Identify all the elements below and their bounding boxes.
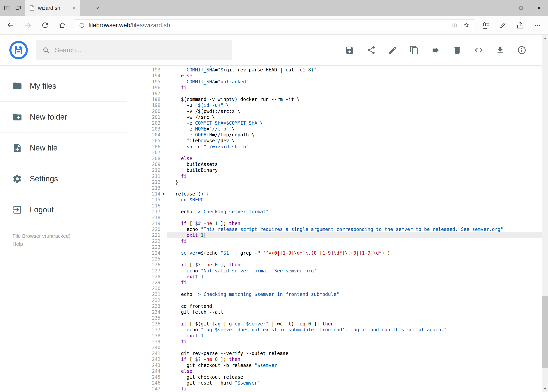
share-page-button[interactable] [512, 17, 529, 33]
code-line-244[interactable]: 244 else [127, 368, 548, 374]
raw-button[interactable] [474, 45, 483, 55]
code-line-235[interactable]: 235 [127, 315, 548, 321]
code-line-233[interactable]: 233 cd frontend [127, 303, 548, 309]
tabs-set-aside-button[interactable] [1, 0, 13, 16]
search-box[interactable]: Search... [36, 40, 232, 60]
code-line-212[interactable]: 212} [127, 179, 548, 185]
code-line-202[interactable]: 202 -e COMMIT_SHA=$COMMIT_SHA \ [127, 120, 548, 126]
forward-button[interactable] [19, 17, 36, 33]
page-scrollbar[interactable]: ▲ ▼ [542, 35, 548, 392]
code-line-247[interactable]: 247 fi [127, 386, 548, 392]
copy-button[interactable] [409, 45, 419, 55]
code-line-231[interactable]: 231 echo "> Checking matching $semver in… [127, 291, 548, 297]
code-line-240[interactable]: 240 [127, 345, 548, 350]
code-line-204[interactable]: 204 -e GOPATH=//tmp/gopath \ [127, 132, 548, 138]
sidebar-item-logout[interactable]: Logout [0, 194, 127, 225]
code-line-219[interactable]: 219 if [ $# -ne 1 ]; then [127, 221, 548, 226]
code-line-218[interactable]: 218 [127, 215, 548, 221]
code-line-237[interactable]: 237 echo "Tag $semver does not exist in … [127, 327, 548, 333]
code-line-226[interactable]: 226 if [ $? -ne 0 ]; then [127, 262, 548, 268]
favorite-star-icon[interactable] [461, 20, 471, 30]
tab-preview-toggle[interactable] [91, 0, 103, 16]
hub-button[interactable] [477, 17, 494, 33]
code-line-234[interactable]: 234 git fetch --all [127, 309, 548, 315]
code-line-224[interactable]: 224 semver=$(echo "$1" | grep -P '^v(0|[… [127, 250, 548, 256]
code-line-198[interactable]: 198 $(command -v winpty) docker run --rm… [127, 97, 548, 102]
code-line-230[interactable]: 230 [127, 286, 548, 291]
sidebar-item-new-file[interactable]: New file [0, 132, 127, 163]
url-text[interactable]: filebrowser.web/files/wizard.sh [88, 22, 448, 29]
code-line-229[interactable]: 229 fi [127, 280, 548, 286]
close-button[interactable] [530, 0, 548, 16]
code-line-236[interactable]: 236 if [ $(git tag | grep "$semver" | wc… [127, 321, 548, 327]
code-line-214[interactable]: 214▾release () { [127, 191, 548, 197]
code-line-225[interactable]: 225 [127, 256, 548, 262]
code-line-194[interactable]: 194 else [127, 73, 548, 79]
code-line-206[interactable]: 206 sh -c "./wizard.sh -b" [127, 144, 548, 150]
code-line-221[interactable]: 221 exit 1 [127, 232, 548, 238]
web-note-button[interactable] [494, 17, 512, 33]
code-line-208[interactable]: 208 else [127, 156, 548, 161]
code-line-245[interactable]: 245 git checkout release [127, 374, 548, 380]
code-line-211[interactable]: 211 fi [127, 173, 548, 179]
code-line-243[interactable]: 243 git checkout -b release "$semver" [127, 363, 548, 368]
new-tab-button[interactable] [80, 0, 91, 16]
rename-button[interactable] [388, 45, 397, 55]
code-line-207[interactable]: 207 [127, 150, 548, 156]
code-line-193[interactable]: 193 COMMIT_SHA="$(git rev-parse HEAD | c… [127, 67, 548, 73]
code-line-213[interactable]: 213 [127, 185, 548, 191]
code-line-195[interactable]: 195 COMMIT_SHA="untracked" [127, 79, 548, 85]
scrollbar-thumb[interactable] [542, 296, 548, 368]
minimize-button[interactable] [494, 0, 512, 16]
address-bar[interactable]: filebrowser.web/files/wizard.sh [74, 19, 474, 31]
code-line-215[interactable]: 215 cd $REPO [127, 197, 548, 203]
more-button[interactable] [529, 17, 546, 33]
code-line-203[interactable]: 203 -e HOME="//tmp" \ [127, 126, 548, 132]
code-line-197[interactable]: 197 [127, 91, 548, 97]
code-line-241[interactable]: 241 git rev-parse --verify --quiet relea… [127, 350, 548, 356]
help-link[interactable]: Help [13, 240, 70, 248]
code-line-216[interactable]: 216 [127, 203, 548, 209]
reading-view-icon[interactable] [449, 20, 460, 30]
save-button[interactable] [345, 45, 354, 55]
move-button[interactable] [431, 45, 440, 55]
scroll-down-icon[interactable]: ▼ [542, 385, 548, 392]
code-line-239[interactable]: 239 fi [127, 339, 548, 345]
sidebar-item-settings[interactable]: Settings [0, 163, 127, 194]
code-line-210[interactable]: 210 buildBinary [127, 167, 548, 173]
share-button[interactable] [367, 45, 376, 55]
code-line-192[interactable]: 192 if [ -d ".git" ]; then [127, 65, 548, 67]
code-line-201[interactable]: 201 -w //src \ [127, 114, 548, 120]
code-line-205[interactable]: 205 filebrowser/dev \ [127, 138, 548, 144]
scroll-up-icon[interactable]: ▲ [542, 35, 548, 41]
download-button[interactable] [496, 45, 505, 55]
code-line-242[interactable]: 242 if [ $? -ne 0 ]; then [127, 356, 548, 362]
home-button[interactable] [54, 17, 71, 33]
delete-button[interactable] [452, 45, 462, 55]
refresh-button[interactable] [36, 17, 54, 33]
code-line-199[interactable]: 199 -u "$(id -u)" \ [127, 102, 548, 108]
code-line-200[interactable]: 200 -v /$(pwd):/src:z \ [127, 108, 548, 114]
tab-close-icon[interactable] [71, 5, 77, 11]
code-line-217[interactable]: 217 echo "> Checking semver format" [127, 209, 548, 215]
code-line-196[interactable]: 196 fi [127, 85, 548, 91]
sidebar-item-my-files[interactable]: My files [0, 70, 127, 101]
fold-open-icon[interactable]: ▾ [160, 191, 167, 197]
code-line-232[interactable]: 232 [127, 297, 548, 303]
code-line-209[interactable]: 209 buildAssets [127, 161, 548, 167]
sidebar-item-new-folder[interactable]: New folder [0, 101, 127, 132]
code-editor[interactable]: 192 if [ -d ".git" ]; then193 COMMIT_SHA… [127, 65, 548, 392]
code-line-228[interactable]: 228 exit 1 [127, 274, 548, 280]
code-line-222[interactable]: 222 fi [127, 238, 548, 244]
info-button[interactable] [517, 45, 527, 55]
code-line-246[interactable]: 246 git reset --hard "$semver" [127, 380, 548, 386]
code-line-223[interactable]: 223 [127, 244, 548, 250]
tabs-preview-button[interactable] [13, 0, 24, 16]
code-line-220[interactable]: 220 echo "This release script requires a… [127, 226, 548, 232]
maximize-button[interactable] [512, 0, 530, 16]
code-line-238[interactable]: 238 exit 1 [127, 333, 548, 339]
site-info-icon[interactable] [77, 20, 87, 30]
tab-wizard-sh[interactable]: wizard.sh [25, 0, 80, 16]
code-line-227[interactable]: 227 echo "Not valid semver format. See s… [127, 268, 548, 274]
back-button[interactable] [2, 17, 19, 33]
